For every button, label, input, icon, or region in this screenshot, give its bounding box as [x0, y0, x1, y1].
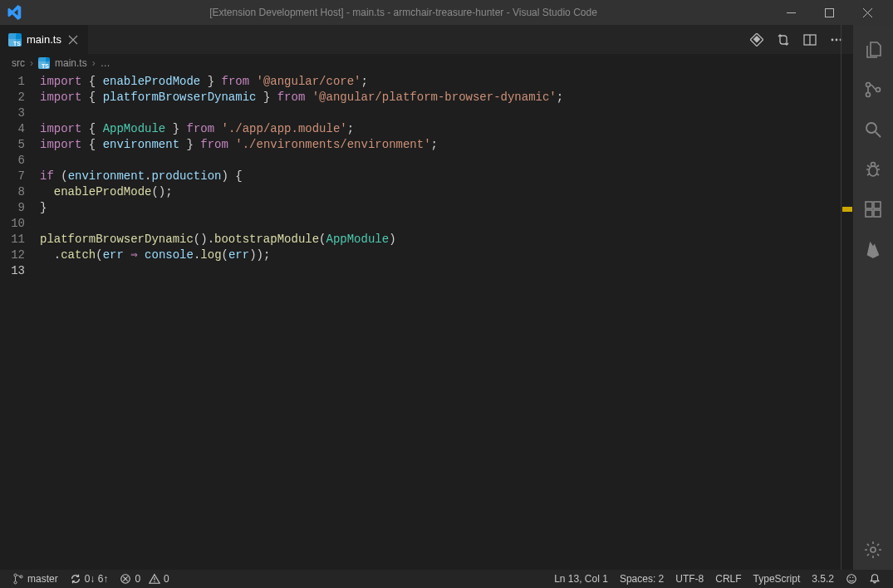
title-bar: [Extension Development Host] - main.ts -… [0, 0, 893, 25]
debug-icon[interactable] [853, 149, 893, 189]
activity-bar [853, 25, 893, 570]
svg-point-9 [866, 83, 871, 87]
svg-rect-18 [874, 210, 881, 217]
split-editor-icon[interactable] [803, 33, 817, 47]
svg-point-10 [866, 93, 871, 97]
minimize-button[interactable] [772, 0, 810, 25]
line-number: 7 [0, 169, 25, 184]
typescript-file-icon [38, 57, 50, 69]
chevron-right-icon: › [30, 57, 33, 69]
status-branch[interactable]: master [7, 570, 64, 588]
line-number-gutter: 12345678910111213 [0, 72, 40, 570]
tab-bar: main.ts [0, 25, 853, 54]
svg-rect-0 [787, 12, 796, 13]
svg-point-21 [14, 574, 17, 576]
line-number: 1 [0, 74, 25, 90]
typescript-file-icon [8, 33, 22, 47]
svg-point-28 [850, 577, 851, 578]
code-line[interactable]: import { environment } from './environme… [40, 137, 841, 153]
source-control-icon[interactable] [853, 70, 893, 110]
editor-actions [750, 25, 853, 54]
tab-label: main.ts [27, 33, 61, 46]
svg-rect-17 [866, 210, 872, 217]
code-editor[interactable]: 12345678910111213 import { enableProdMod… [0, 72, 853, 570]
status-feedback-icon[interactable] [840, 570, 863, 588]
svg-point-29 [852, 577, 853, 578]
code-line[interactable]: enableProdMode(); [40, 184, 841, 200]
breadcrumb-item[interactable]: src [12, 57, 25, 69]
breadcrumb-item[interactable]: … [101, 57, 110, 69]
maximize-button[interactable] [810, 0, 848, 25]
svg-point-7 [836, 38, 838, 41]
line-number: 4 [0, 121, 25, 137]
overview-mark [842, 207, 852, 212]
svg-point-22 [14, 581, 17, 584]
status-language[interactable]: TypeScript [748, 570, 807, 588]
code-line[interactable] [40, 263, 841, 279]
code-line[interactable] [40, 105, 841, 121]
status-bell-icon[interactable] [863, 570, 886, 588]
code-line[interactable]: if (environment.production) { [40, 169, 841, 184]
code-line[interactable]: import { platformBrowserDynamic } from '… [40, 90, 841, 105]
status-problems[interactable]: 0 0 [114, 570, 174, 588]
vscode-logo [7, 5, 35, 20]
line-number: 9 [0, 200, 25, 216]
status-typescript-version[interactable]: 3.5.2 [806, 570, 840, 588]
breadcrumb-item[interactable]: main.ts [55, 57, 87, 69]
code-content[interactable]: import { enableProdMode } from '@angular… [40, 72, 841, 570]
status-encoding[interactable]: UTF-8 [670, 570, 709, 588]
breadcrumb[interactable]: src › main.ts › … [0, 54, 853, 72]
line-number: 8 [0, 184, 25, 200]
line-number: 6 [0, 153, 25, 169]
line-number: 5 [0, 137, 25, 153]
code-line[interactable]: platformBrowserDynamic().bootstrapModule… [40, 232, 841, 247]
status-sync[interactable]: 0↓ 6↑ [64, 570, 115, 588]
status-bar: master 0↓ 6↑ 0 0 Ln 13, Col 1 Spaces: 2 … [0, 570, 893, 588]
code-line[interactable]: import { enableProdMode } from '@angular… [40, 74, 841, 90]
svg-point-15 [871, 163, 876, 167]
svg-line-13 [876, 132, 881, 137]
files-icon[interactable] [853, 30, 893, 70]
svg-rect-3 [753, 36, 760, 42]
close-button[interactable] [848, 0, 886, 25]
status-spaces[interactable]: Spaces: 2 [614, 570, 670, 588]
code-line[interactable] [40, 153, 841, 169]
tab-main-ts[interactable]: main.ts [0, 25, 88, 54]
svg-point-14 [869, 166, 877, 176]
status-cursor[interactable]: Ln 13, Col 1 [548, 570, 614, 588]
line-number: 3 [0, 105, 25, 121]
code-line[interactable]: import { AppModule } from './app/app.mod… [40, 121, 841, 137]
editor-area: main.ts [0, 25, 853, 570]
minimap-edge [841, 25, 841, 570]
line-number: 12 [0, 247, 25, 263]
firebase-icon[interactable] [853, 229, 893, 269]
status-eol[interactable]: CRLF [709, 570, 747, 588]
svg-point-6 [832, 38, 834, 41]
svg-point-20 [871, 547, 876, 552]
svg-rect-19 [874, 202, 881, 208]
svg-rect-16 [866, 202, 872, 208]
line-number: 11 [0, 232, 25, 247]
overview-ruler[interactable] [841, 72, 853, 570]
code-line[interactable] [40, 216, 841, 232]
line-number: 10 [0, 216, 25, 232]
window-title: [Extension Development Host] - main.ts -… [35, 7, 772, 18]
extensions-icon[interactable] [853, 189, 893, 229]
line-number: 13 [0, 263, 25, 279]
svg-point-26 [154, 581, 155, 582]
window-controls [772, 0, 886, 25]
line-number: 2 [0, 90, 25, 105]
search-icon[interactable] [853, 110, 893, 149]
settings-gear-icon[interactable] [853, 530, 893, 570]
chevron-right-icon: › [92, 57, 96, 69]
code-line[interactable]: } [40, 200, 841, 216]
diamond-icon[interactable] [750, 33, 763, 47]
svg-rect-1 [825, 8, 833, 17]
svg-point-11 [876, 88, 881, 92]
compare-changes-icon[interactable] [777, 33, 790, 47]
svg-point-27 [847, 575, 856, 584]
svg-point-12 [866, 123, 876, 133]
close-tab-icon[interactable] [66, 35, 80, 45]
code-line[interactable]: .catch(err ⇒ console.log(err)); [40, 247, 841, 263]
